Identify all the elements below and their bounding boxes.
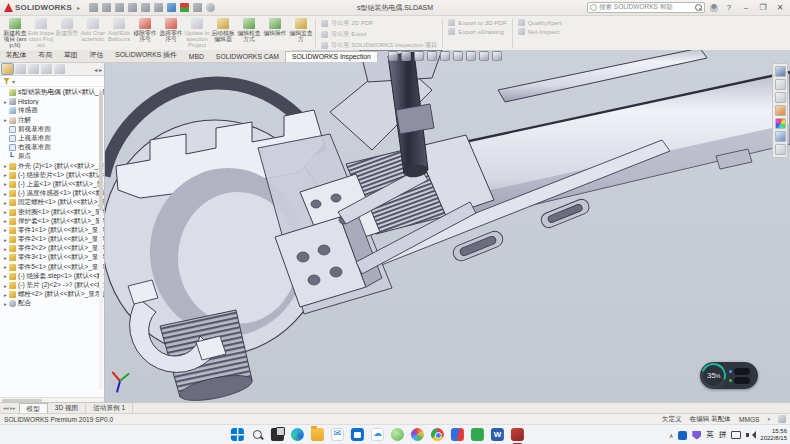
ribbon-tab[interactable]: SOLIDWORKS 插件 — [109, 50, 183, 62]
expand-arrow-icon[interactable]: ▸ — [2, 227, 9, 233]
volume-icon[interactable] — [746, 431, 755, 439]
export-button[interactable]: Export to 3D PDF — [448, 19, 507, 26]
tree-item[interactable]: 传感器 — [2, 106, 104, 115]
start-icon[interactable] — [231, 428, 244, 441]
tree-item[interactable]: ▸ 零件3<1> (默认<<默认>_显示状态 — [2, 253, 104, 262]
ribbon-button[interactable]: Add/Edit Balloons — [106, 17, 132, 50]
ribbon-tab[interactable]: 装配体 — [0, 50, 32, 62]
design-library-icon[interactable] — [775, 79, 786, 90]
restore-button[interactable]: ❐ — [757, 2, 769, 14]
tree-item[interactable]: s型铠装热电偶 (默认<默认_显示状态-1 — [2, 88, 104, 97]
export-button[interactable]: QualityXpert — [518, 19, 562, 26]
tree-item[interactable]: ▸ 保护套<1> (默认<<默认>_显示状 — [2, 217, 104, 226]
chrome-icon[interactable] — [431, 428, 444, 441]
tree-item[interactable]: ▸ History — [2, 97, 104, 106]
featuremanager-tab-icon[interactable] — [2, 64, 13, 74]
word-icon[interactable]: W — [491, 428, 504, 441]
view-tab[interactable]: 3D 视图 — [48, 403, 86, 413]
cast-screen-icon[interactable] — [731, 431, 741, 439]
status-units[interactable]: MMGS — [739, 416, 760, 423]
expand-arrow-icon[interactable]: ▸ — [2, 99, 9, 105]
solidworks-resources-icon[interactable] — [775, 66, 786, 77]
propertymanager-tab-icon[interactable] — [15, 64, 26, 74]
export-button[interactable]: Net-Inspect — [518, 28, 562, 35]
search-input[interactable]: 搜索 SOLIDWORKS 帮助 — [587, 2, 705, 13]
mail-icon[interactable] — [331, 428, 344, 441]
appearances-scenes-icon[interactable] — [775, 118, 786, 129]
filter-funnel-icon[interactable] — [3, 78, 10, 85]
units-caret-icon[interactable]: ▾ — [767, 416, 770, 422]
menu-expand-arrow-icon[interactable]: ▸ — [77, 4, 80, 11]
dimxpertmanager-tab-icon[interactable] — [41, 64, 52, 74]
ime-pinyin-indicator[interactable]: 拼 — [719, 430, 727, 440]
expand-arrow-icon[interactable]: ▸ — [2, 200, 9, 206]
tab-nav-arrows[interactable]: ◂◂ ▸▸ — [0, 403, 19, 413]
save-icon[interactable] — [128, 3, 137, 12]
tray-shield-icon[interactable] — [692, 431, 701, 440]
display-pane-icon[interactable] — [193, 3, 202, 12]
ribbon-tab[interactable]: SOLIDWORKS CAM — [210, 52, 285, 62]
expand-arrow-icon[interactable]: ▸ — [2, 237, 9, 243]
zoom-fit-icon[interactable] — [388, 51, 398, 61]
appearances-icon[interactable] — [479, 51, 489, 61]
ime-language-indicator[interactable]: 英 — [706, 430, 714, 440]
display-style-icon[interactable] — [453, 51, 463, 61]
ribbon-tab[interactable]: SOLIDWORKS Inspection — [285, 51, 378, 62]
tree-item[interactable]: ▸ 配合 — [2, 299, 104, 308]
view-tab[interactable]: 模型 — [19, 403, 48, 413]
ribbon-button[interactable]: Edit Inspection Project — [28, 17, 54, 50]
ribbon-button[interactable]: 新建检查项目 (amp;N) — [2, 17, 28, 50]
new-document-icon[interactable] — [102, 3, 111, 12]
ribbon-button[interactable]: 编辑检查方式 — [236, 17, 262, 50]
tree-item[interactable]: ▸ (-) 垫片 (2)<2> ->? (默认<<默认 — [2, 281, 104, 290]
search-icon[interactable] — [695, 4, 702, 11]
edge-browser-icon[interactable] — [291, 428, 304, 441]
forum-icon[interactable] — [775, 144, 786, 155]
expand-arrow-icon[interactable]: ▸ — [2, 246, 9, 252]
expand-arrow-icon[interactable]: ▸ — [2, 273, 9, 279]
section-view-icon[interactable] — [427, 51, 437, 61]
scrollbar-thumb[interactable] — [99, 91, 103, 211]
ribbon-button[interactable]: Add Characteristic — [80, 17, 106, 50]
tree-item[interactable]: ▸ (-) 温度传感器<1> (默认<<默认>_ — [2, 189, 104, 198]
search-icon[interactable] — [251, 428, 264, 441]
configurationmanager-tab-icon[interactable] — [28, 64, 39, 74]
hide-show-items-icon[interactable] — [466, 51, 476, 61]
expand-arrow-icon[interactable]: ▸ — [2, 117, 9, 123]
undo-icon[interactable] — [154, 3, 163, 12]
tree-item[interactable]: ▸ 固定螺栓<1> (默认<<默认>_显示 — [2, 198, 104, 207]
view-orientation-icon[interactable] — [440, 51, 450, 61]
ribbon-tab[interactable]: MBD — [183, 52, 210, 62]
pill-button-top[interactable] — [734, 368, 750, 375]
model-viewport[interactable] — [0, 50, 790, 402]
pill-button-bottom[interactable] — [734, 377, 750, 384]
tree-item[interactable]: ▸ 外壳 (2)<1> (默认<<默认>_显示状 — [2, 162, 104, 171]
displaymanager-tab-icon[interactable] — [54, 64, 65, 74]
tree-item[interactable]: 右视基准面 — [2, 143, 104, 152]
app-dictionary-icon[interactable] — [451, 428, 464, 441]
scrollbar-thumb[interactable] — [2, 399, 42, 402]
minimize-button[interactable]: – — [740, 2, 752, 14]
ribbon-button[interactable]: 编辑监查方 — [288, 17, 314, 50]
tree-item[interactable]: ▸ 零件5<1> (默认<<默认>_显示状态 — [2, 263, 104, 272]
tree-item[interactable]: 原点 — [2, 152, 104, 161]
tree-item[interactable]: ▸ 零件2<2> (默认<<默认>_显示状态 — [2, 244, 104, 253]
export-button[interactable]: 导出至 SOLIDWORKS Inspection 项目 — [321, 41, 437, 50]
ribbon-tab[interactable]: 布局 — [32, 50, 58, 62]
tree-item[interactable]: ▸ (-) 绝缘垫片<1> (默认<<默认>_显 — [2, 171, 104, 180]
file-explorer-icon[interactable] — [311, 428, 324, 441]
tree-vertical-scrollbar[interactable] — [99, 89, 103, 389]
options-gear-icon[interactable] — [206, 3, 215, 12]
tree-item[interactable]: ▸ 螺栓<2> (默认<<默认>_显示状态 — [2, 290, 104, 299]
solidworks-logo[interactable]: SOLIDWORKS ▸ — [4, 3, 83, 12]
expand-arrow-icon[interactable]: ▸ — [2, 181, 9, 187]
tray-clock[interactable]: 15:56 2022/8/15 — [760, 428, 787, 442]
filter-caret-icon[interactable]: ▾ — [12, 78, 15, 85]
ribbon-tab[interactable]: 评估 — [84, 50, 110, 62]
expand-arrow-icon[interactable]: ▸ — [2, 283, 9, 289]
expand-arrow-icon[interactable]: ▸ — [2, 292, 9, 298]
print-icon[interactable] — [141, 3, 150, 12]
tree-horizontal-scrollbar[interactable] — [0, 397, 104, 402]
ribbon-button[interactable]: 移除零件序号 — [132, 17, 158, 50]
task-view-icon[interactable] — [271, 428, 284, 441]
